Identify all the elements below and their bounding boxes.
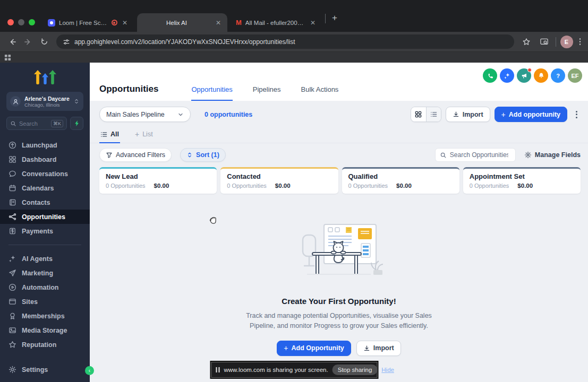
pipeline-select[interactable]: Main Sales Pipeline [99, 107, 191, 122]
close-tab-icon[interactable]: ✕ [309, 19, 317, 27]
medal-icon [8, 312, 16, 320]
browser-profile-avatar[interactable]: E [560, 36, 573, 48]
account-location: Chicago, Illinois [24, 102, 70, 108]
pipeline-column-contacted[interactable]: Contacted 0 Opportunities $0.00 [220, 167, 338, 194]
new-tab-button[interactable]: + [332, 13, 337, 23]
pipeline-column-new-lead[interactable]: New Lead 0 Opportunities $0.00 [99, 167, 217, 194]
pipeline-columns: New Lead 0 Opportunities $0.00 Contacted… [90, 166, 588, 194]
rocket-icon [8, 141, 16, 149]
sidebar-item-dashboard[interactable]: Dashboard [0, 152, 90, 167]
announcements-button[interactable] [517, 68, 531, 83]
window-controls[interactable] [7, 19, 35, 25]
zoom-window-button[interactable] [29, 19, 35, 25]
sidebar-item-payments[interactable]: Payments [0, 224, 90, 238]
close-tab-icon[interactable]: ✕ [121, 19, 129, 27]
account-switcher[interactable]: Arlene's Daycare Chicago, Illinois [6, 92, 83, 111]
column-value: $0.00 [396, 183, 412, 189]
column-name: Appointment Set [470, 172, 574, 180]
stop-sharing-button[interactable]: Stop sharing [333, 364, 378, 375]
manage-fields-label: Manage Fields [535, 151, 581, 159]
column-name: Contacted [227, 172, 331, 180]
sidebar-item-reputation[interactable]: Reputation [0, 337, 90, 352]
search-icon [10, 120, 16, 127]
sidebar-search-input[interactable] [19, 120, 47, 127]
manage-fields-button[interactable]: Manage Fields [524, 151, 581, 159]
opportunities-search[interactable] [435, 148, 516, 162]
bookmark-star-button[interactable] [519, 35, 533, 49]
chat-icon [8, 170, 16, 178]
sidebar-item-marketing[interactable]: Marketing [0, 266, 90, 280]
import-button[interactable]: Import [446, 107, 490, 122]
sort-button[interactable]: Sort (1) [180, 148, 226, 162]
automation-icon [8, 283, 16, 291]
chevron-down-icon [177, 111, 184, 118]
list-view-button[interactable] [426, 107, 441, 121]
grid-icon [8, 155, 16, 163]
chevron-updown-icon [73, 98, 80, 105]
tab-search-button[interactable] [538, 35, 551, 49]
tab-pipelines[interactable]: Pipelines [253, 85, 281, 101]
sidebar-item-media-storage[interactable]: Media Storage [0, 323, 90, 337]
sidebar-item-launchpad[interactable]: Launchpad [0, 138, 90, 152]
reload-button[interactable] [37, 35, 51, 49]
tab-helix-ai[interactable]: Helix AI ✕ [137, 13, 227, 32]
tab-loom[interactable]: Loom | Free Screen & Vid ✕ [42, 13, 134, 32]
pipeline-column-appointment-set[interactable]: Appointment Set 0 Opportunities $0.00 [463, 167, 581, 194]
pipeline-column-qualified[interactable]: Qualified 0 Opportunities $0.00 [342, 167, 459, 194]
apps-grid-icon[interactable] [4, 54, 11, 61]
sidebar-item-label: Launchpad [22, 142, 57, 149]
browser-menu-button[interactable] [577, 36, 583, 47]
sidebar-item-conversations[interactable]: Conversations [0, 167, 90, 181]
forward-button[interactable] [21, 35, 35, 49]
sidebar-item-settings[interactable]: Settings [0, 362, 90, 377]
more-options-button[interactable] [573, 109, 581, 120]
site-settings-icon[interactable] [63, 38, 70, 46]
help-button[interactable]: ? [551, 68, 565, 83]
funnel-icon [106, 152, 113, 159]
grid-view-button[interactable] [411, 107, 426, 121]
gear-icon [524, 151, 532, 159]
add-opportunity-button[interactable]: + Add opportunity [495, 107, 567, 122]
person-icon [12, 98, 19, 105]
search-icon [440, 152, 447, 159]
quick-actions-button[interactable] [70, 117, 83, 130]
empty-add-label: Add Opportunity [292, 344, 344, 352]
tab-gmail[interactable]: M All Mail - efuller2006@gmail ✕ [231, 13, 322, 32]
opportunities-search-input[interactable] [450, 151, 508, 159]
sidebar-collapse-button[interactable]: ‹ [85, 366, 94, 375]
column-value: $0.00 [275, 183, 291, 189]
sidebar-item-sites[interactable]: Sites [0, 294, 90, 309]
sidebar-item-calendars[interactable]: Calendars [0, 181, 90, 195]
ai-assistant-button[interactable] [500, 68, 514, 83]
advanced-filters-button[interactable]: Advanced Filters [99, 148, 172, 162]
tab-opportunities[interactable]: Opportunities [191, 85, 232, 101]
advanced-filters-label: Advanced Filters [116, 151, 165, 159]
close-tab-icon[interactable]: ✕ [215, 19, 222, 27]
empty-import-button[interactable]: Import [356, 341, 401, 356]
minimize-window-button[interactable] [18, 19, 24, 25]
user-avatar[interactable]: EF [568, 68, 582, 83]
tab-bulk-actions[interactable]: Bulk Actions [301, 85, 339, 101]
tab-all[interactable]: All [99, 127, 120, 143]
sidebar-item-memberships[interactable]: Memberships [0, 309, 90, 323]
browser-chrome: Loom | Free Screen & Vid ✕ Helix AI ✕ M … [0, 0, 588, 63]
column-count: 0 Opportunities [470, 183, 509, 189]
sidebar-item-ai-agents[interactable]: AI Agents [0, 251, 90, 266]
empty-add-opportunity-button[interactable]: + Add Opportunity [277, 341, 351, 356]
add-list-tab[interactable]: + List [134, 127, 154, 143]
address-bar[interactable]: app.gohighlevel.com/v2/location/YJAKODYw… [56, 34, 514, 49]
close-window-button[interactable] [7, 19, 14, 25]
browser-actions: E [519, 35, 583, 49]
sidebar-item-automation[interactable]: Automation [0, 280, 90, 294]
phone-button[interactable] [483, 68, 497, 83]
hide-banner-link[interactable]: Hide [381, 367, 394, 373]
sidebar-item-contacts[interactable]: Contacts [0, 195, 90, 210]
sidebar-search[interactable]: ⌘K [6, 117, 67, 130]
notifications-button[interactable] [534, 68, 548, 83]
recording-indicator-icon [112, 20, 117, 25]
tab-title: Helix AI [142, 20, 211, 26]
back-button[interactable] [5, 35, 19, 49]
forward-arrow-icon [24, 38, 32, 46]
empty-state-description: Track and manage potential Opportunities… [241, 311, 437, 332]
sidebar-item-opportunities[interactable]: Opportunities [0, 210, 90, 224]
